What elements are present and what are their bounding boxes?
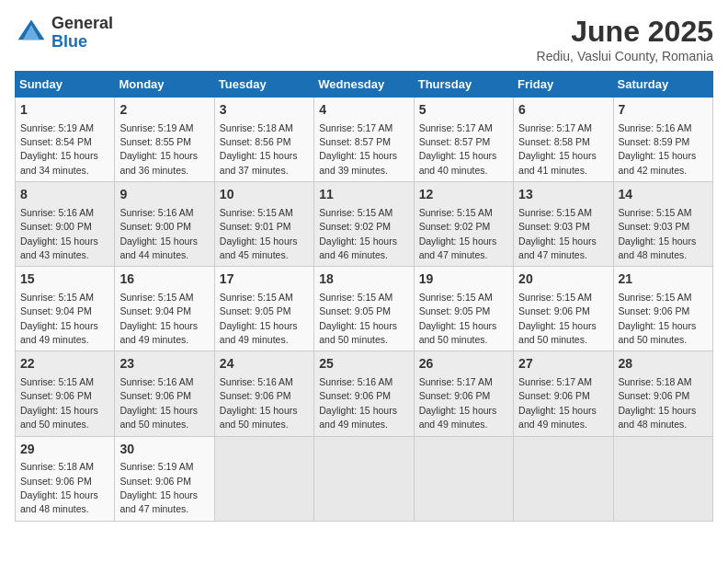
day-number: 20 — [518, 270, 608, 289]
col-friday: Friday — [514, 72, 613, 98]
day-info: Sunrise: 5:15 AMSunset: 9:05 PMDaylight:… — [319, 292, 397, 345]
day-number: 4 — [319, 101, 408, 120]
day-number: 8 — [20, 186, 109, 204]
logo: General Blue — [15, 15, 113, 52]
day-number: 11 — [319, 186, 408, 204]
day-info: Sunrise: 5:15 AMSunset: 9:04 PMDaylight:… — [119, 292, 198, 345]
day-info: Sunrise: 5:18 AMSunset: 8:56 PMDaylight:… — [220, 122, 298, 176]
day-info: Sunrise: 5:17 AMSunset: 9:06 PMDaylight:… — [419, 376, 497, 430]
table-row: 19 Sunrise: 5:15 AMSunset: 9:05 PMDaylig… — [414, 267, 513, 351]
table-row — [214, 436, 313, 521]
table-row: 5 Sunrise: 5:17 AMSunset: 8:57 PMDayligh… — [414, 98, 513, 182]
table-row: 2 Sunrise: 5:19 AMSunset: 8:55 PMDayligh… — [115, 98, 214, 182]
day-info: Sunrise: 5:19 AMSunset: 8:54 PMDaylight:… — [20, 122, 98, 176]
calendar: Sunday Monday Tuesday Wednesday Thursday… — [15, 71, 713, 522]
col-saturday: Saturday — [613, 72, 712, 98]
day-info: Sunrise: 5:15 AMSunset: 9:06 PMDaylight:… — [518, 292, 597, 345]
col-tuesday: Tuesday — [214, 72, 313, 98]
day-number: 10 — [220, 186, 309, 204]
day-number: 14 — [619, 186, 708, 204]
table-row: 29 Sunrise: 5:18 AMSunset: 9:06 PMDaylig… — [16, 436, 115, 521]
logo-blue: Blue — [51, 33, 113, 52]
day-number: 29 — [20, 441, 109, 459]
table-row — [514, 436, 613, 521]
day-number: 26 — [419, 355, 508, 373]
day-number: 18 — [319, 270, 408, 289]
col-wednesday: Wednesday — [314, 72, 414, 98]
day-info: Sunrise: 5:17 AMSunset: 8:58 PMDaylight:… — [518, 122, 597, 176]
table-row: 21 Sunrise: 5:15 AMSunset: 9:06 PMDaylig… — [613, 267, 712, 351]
day-number: 1 — [20, 101, 109, 120]
col-monday: Monday — [115, 72, 214, 98]
day-number: 25 — [319, 355, 408, 373]
table-row: 15 Sunrise: 5:15 AMSunset: 9:04 PMDaylig… — [16, 267, 115, 351]
day-number: 19 — [419, 270, 508, 289]
calendar-week-row: 1 Sunrise: 5:19 AMSunset: 8:54 PMDayligh… — [16, 98, 713, 182]
day-number: 15 — [20, 270, 109, 289]
day-info: Sunrise: 5:15 AMSunset: 9:06 PMDaylight:… — [20, 376, 98, 430]
day-info: Sunrise: 5:15 AMSunset: 9:03 PMDaylight:… — [619, 207, 697, 260]
calendar-week-row: 29 Sunrise: 5:18 AMSunset: 9:06 PMDaylig… — [16, 436, 713, 521]
logo-icon — [15, 17, 48, 50]
day-info: Sunrise: 5:15 AMSunset: 9:06 PMDaylight:… — [619, 292, 697, 345]
month-title: June 2025 — [537, 15, 713, 49]
header: General Blue June 2025 Rediu, Vaslui Cou… — [15, 15, 713, 63]
day-info: Sunrise: 5:17 AMSunset: 8:57 PMDaylight:… — [319, 122, 397, 176]
table-row: 6 Sunrise: 5:17 AMSunset: 8:58 PMDayligh… — [514, 98, 613, 182]
table-row: 9 Sunrise: 5:16 AMSunset: 9:00 PMDayligh… — [115, 182, 214, 267]
table-row: 30 Sunrise: 5:19 AMSunset: 9:06 PMDaylig… — [115, 436, 214, 521]
table-row: 23 Sunrise: 5:16 AMSunset: 9:06 PMDaylig… — [115, 351, 214, 436]
logo-text: General Blue — [51, 15, 113, 52]
table-row: 24 Sunrise: 5:16 AMSunset: 9:06 PMDaylig… — [214, 351, 313, 436]
day-info: Sunrise: 5:18 AMSunset: 9:06 PMDaylight:… — [619, 376, 697, 430]
table-row: 16 Sunrise: 5:15 AMSunset: 9:04 PMDaylig… — [115, 267, 214, 351]
day-number: 27 — [518, 355, 608, 373]
day-info: Sunrise: 5:15 AMSunset: 9:04 PMDaylight:… — [20, 292, 98, 345]
day-info: Sunrise: 5:16 AMSunset: 9:06 PMDaylight:… — [119, 376, 198, 430]
day-info: Sunrise: 5:18 AMSunset: 9:06 PMDaylight:… — [20, 461, 98, 514]
day-number: 13 — [518, 186, 608, 204]
day-info: Sunrise: 5:15 AMSunset: 9:03 PMDaylight:… — [518, 207, 597, 260]
day-info: Sunrise: 5:15 AMSunset: 9:02 PMDaylight:… — [319, 207, 397, 260]
day-info: Sunrise: 5:16 AMSunset: 9:00 PMDaylight:… — [119, 207, 198, 260]
day-number: 16 — [119, 270, 209, 289]
calendar-week-row: 15 Sunrise: 5:15 AMSunset: 9:04 PMDaylig… — [16, 267, 713, 351]
day-number: 3 — [220, 101, 309, 120]
calendar-header-row: Sunday Monday Tuesday Wednesday Thursday… — [16, 72, 713, 98]
day-number: 9 — [119, 186, 209, 204]
table-row: 18 Sunrise: 5:15 AMSunset: 9:05 PMDaylig… — [314, 267, 414, 351]
calendar-week-row: 8 Sunrise: 5:16 AMSunset: 9:00 PMDayligh… — [16, 182, 713, 267]
day-number: 24 — [220, 355, 309, 373]
day-info: Sunrise: 5:17 AMSunset: 9:06 PMDaylight:… — [518, 376, 597, 430]
day-info: Sunrise: 5:15 AMSunset: 9:05 PMDaylight:… — [220, 292, 298, 345]
table-row: 12 Sunrise: 5:15 AMSunset: 9:02 PMDaylig… — [414, 182, 513, 267]
day-number: 21 — [619, 270, 708, 289]
table-row — [414, 436, 513, 521]
day-info: Sunrise: 5:16 AMSunset: 9:06 PMDaylight:… — [220, 376, 298, 430]
col-sunday: Sunday — [16, 72, 115, 98]
calendar-week-row: 22 Sunrise: 5:15 AMSunset: 9:06 PMDaylig… — [16, 351, 713, 436]
table-row: 13 Sunrise: 5:15 AMSunset: 9:03 PMDaylig… — [514, 182, 613, 267]
title-area: June 2025 Rediu, Vaslui County, Romania — [537, 15, 713, 63]
day-number: 28 — [619, 355, 708, 373]
table-row: 1 Sunrise: 5:19 AMSunset: 8:54 PMDayligh… — [16, 98, 115, 182]
col-thursday: Thursday — [414, 72, 513, 98]
table-row: 17 Sunrise: 5:15 AMSunset: 9:05 PMDaylig… — [214, 267, 313, 351]
day-number: 12 — [419, 186, 508, 204]
day-number: 23 — [119, 355, 209, 373]
day-info: Sunrise: 5:15 AMSunset: 9:05 PMDaylight:… — [419, 292, 497, 345]
table-row: 22 Sunrise: 5:15 AMSunset: 9:06 PMDaylig… — [16, 351, 115, 436]
day-info: Sunrise: 5:19 AMSunset: 8:55 PMDaylight:… — [119, 122, 198, 176]
day-number: 2 — [119, 101, 209, 120]
day-info: Sunrise: 5:17 AMSunset: 8:57 PMDaylight:… — [419, 122, 497, 176]
table-row: 20 Sunrise: 5:15 AMSunset: 9:06 PMDaylig… — [514, 267, 613, 351]
table-row: 3 Sunrise: 5:18 AMSunset: 8:56 PMDayligh… — [214, 98, 313, 182]
day-info: Sunrise: 5:16 AMSunset: 9:06 PMDaylight:… — [319, 376, 397, 430]
table-row: 10 Sunrise: 5:15 AMSunset: 9:01 PMDaylig… — [214, 182, 313, 267]
table-row: 7 Sunrise: 5:16 AMSunset: 8:59 PMDayligh… — [613, 98, 712, 182]
table-row: 28 Sunrise: 5:18 AMSunset: 9:06 PMDaylig… — [613, 351, 712, 436]
day-number: 6 — [518, 101, 608, 120]
table-row: 11 Sunrise: 5:15 AMSunset: 9:02 PMDaylig… — [314, 182, 414, 267]
day-number: 7 — [619, 101, 708, 120]
logo-general: General — [51, 15, 113, 33]
